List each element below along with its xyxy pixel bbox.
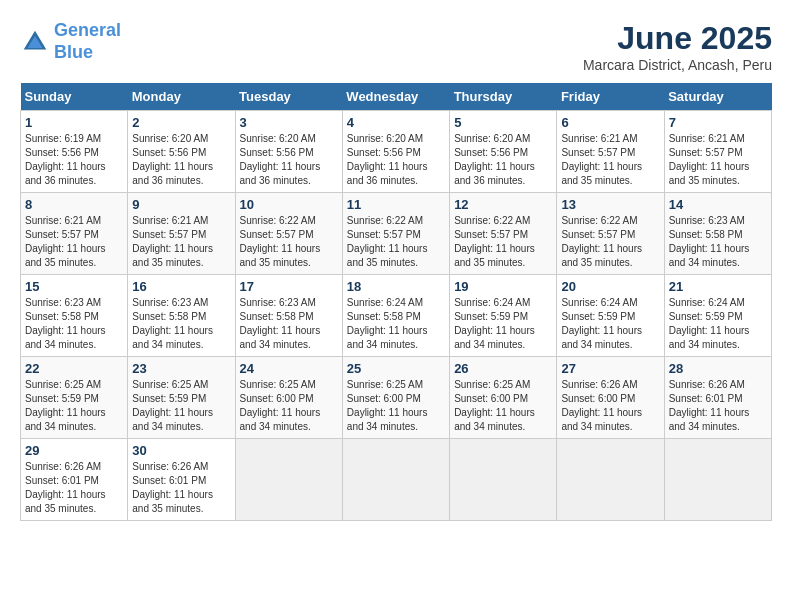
month-title: June 2025 [583, 20, 772, 57]
day-info: Sunrise: 6:20 AM Sunset: 5:56 PM Dayligh… [347, 132, 445, 188]
calendar-week-3: 15Sunrise: 6:23 AM Sunset: 5:58 PM Dayli… [21, 275, 772, 357]
day-cell-26: 26Sunrise: 6:25 AM Sunset: 6:00 PM Dayli… [450, 357, 557, 439]
day-number: 16 [132, 279, 230, 294]
day-info: Sunrise: 6:24 AM Sunset: 5:59 PM Dayligh… [561, 296, 659, 352]
day-number: 17 [240, 279, 338, 294]
page-header: General Blue June 2025 Marcara District,… [20, 20, 772, 73]
calendar-table: Sunday Monday Tuesday Wednesday Thursday… [20, 83, 772, 521]
logo-icon [20, 27, 50, 57]
day-number: 14 [669, 197, 767, 212]
col-sunday: Sunday [21, 83, 128, 111]
day-info: Sunrise: 6:22 AM Sunset: 5:57 PM Dayligh… [240, 214, 338, 270]
day-number: 21 [669, 279, 767, 294]
day-info: Sunrise: 6:23 AM Sunset: 5:58 PM Dayligh… [669, 214, 767, 270]
day-info: Sunrise: 6:19 AM Sunset: 5:56 PM Dayligh… [25, 132, 123, 188]
day-number: 3 [240, 115, 338, 130]
title-block: June 2025 Marcara District, Ancash, Peru [583, 20, 772, 73]
day-cell-3: 3Sunrise: 6:20 AM Sunset: 5:56 PM Daylig… [235, 111, 342, 193]
day-number: 7 [669, 115, 767, 130]
empty-cell [664, 439, 771, 521]
day-info: Sunrise: 6:25 AM Sunset: 5:59 PM Dayligh… [132, 378, 230, 434]
day-number: 10 [240, 197, 338, 212]
day-number: 24 [240, 361, 338, 376]
day-number: 9 [132, 197, 230, 212]
day-info: Sunrise: 6:26 AM Sunset: 6:01 PM Dayligh… [669, 378, 767, 434]
calendar-header-row: Sunday Monday Tuesday Wednesday Thursday… [21, 83, 772, 111]
day-cell-29: 29Sunrise: 6:26 AM Sunset: 6:01 PM Dayli… [21, 439, 128, 521]
day-cell-9: 9Sunrise: 6:21 AM Sunset: 5:57 PM Daylig… [128, 193, 235, 275]
day-number: 20 [561, 279, 659, 294]
col-monday: Monday [128, 83, 235, 111]
day-number: 23 [132, 361, 230, 376]
day-info: Sunrise: 6:25 AM Sunset: 5:59 PM Dayligh… [25, 378, 123, 434]
day-info: Sunrise: 6:21 AM Sunset: 5:57 PM Dayligh… [669, 132, 767, 188]
col-wednesday: Wednesday [342, 83, 449, 111]
logo-text: General Blue [54, 20, 121, 63]
day-cell-24: 24Sunrise: 6:25 AM Sunset: 6:00 PM Dayli… [235, 357, 342, 439]
day-cell-15: 15Sunrise: 6:23 AM Sunset: 5:58 PM Dayli… [21, 275, 128, 357]
day-number: 30 [132, 443, 230, 458]
empty-cell [557, 439, 664, 521]
day-number: 29 [25, 443, 123, 458]
day-cell-19: 19Sunrise: 6:24 AM Sunset: 5:59 PM Dayli… [450, 275, 557, 357]
day-cell-25: 25Sunrise: 6:25 AM Sunset: 6:00 PM Dayli… [342, 357, 449, 439]
day-number: 19 [454, 279, 552, 294]
day-cell-30: 30Sunrise: 6:26 AM Sunset: 6:01 PM Dayli… [128, 439, 235, 521]
day-number: 18 [347, 279, 445, 294]
day-info: Sunrise: 6:21 AM Sunset: 5:57 PM Dayligh… [132, 214, 230, 270]
day-cell-28: 28Sunrise: 6:26 AM Sunset: 6:01 PM Dayli… [664, 357, 771, 439]
day-info: Sunrise: 6:23 AM Sunset: 5:58 PM Dayligh… [240, 296, 338, 352]
day-number: 1 [25, 115, 123, 130]
day-info: Sunrise: 6:24 AM Sunset: 5:59 PM Dayligh… [454, 296, 552, 352]
day-cell-14: 14Sunrise: 6:23 AM Sunset: 5:58 PM Dayli… [664, 193, 771, 275]
day-cell-12: 12Sunrise: 6:22 AM Sunset: 5:57 PM Dayli… [450, 193, 557, 275]
calendar-week-5: 29Sunrise: 6:26 AM Sunset: 6:01 PM Dayli… [21, 439, 772, 521]
logo: General Blue [20, 20, 121, 63]
day-number: 11 [347, 197, 445, 212]
day-number: 28 [669, 361, 767, 376]
calendar-body: 1Sunrise: 6:19 AM Sunset: 5:56 PM Daylig… [21, 111, 772, 521]
day-info: Sunrise: 6:26 AM Sunset: 6:01 PM Dayligh… [132, 460, 230, 516]
col-thursday: Thursday [450, 83, 557, 111]
day-number: 25 [347, 361, 445, 376]
calendar-week-1: 1Sunrise: 6:19 AM Sunset: 5:56 PM Daylig… [21, 111, 772, 193]
day-cell-2: 2Sunrise: 6:20 AM Sunset: 5:56 PM Daylig… [128, 111, 235, 193]
day-info: Sunrise: 6:22 AM Sunset: 5:57 PM Dayligh… [454, 214, 552, 270]
logo-line1: General [54, 20, 121, 40]
day-cell-8: 8Sunrise: 6:21 AM Sunset: 5:57 PM Daylig… [21, 193, 128, 275]
day-info: Sunrise: 6:22 AM Sunset: 5:57 PM Dayligh… [347, 214, 445, 270]
day-info: Sunrise: 6:20 AM Sunset: 5:56 PM Dayligh… [240, 132, 338, 188]
day-info: Sunrise: 6:20 AM Sunset: 5:56 PM Dayligh… [454, 132, 552, 188]
day-number: 15 [25, 279, 123, 294]
col-tuesday: Tuesday [235, 83, 342, 111]
empty-cell [450, 439, 557, 521]
day-info: Sunrise: 6:25 AM Sunset: 6:00 PM Dayligh… [347, 378, 445, 434]
day-number: 6 [561, 115, 659, 130]
day-info: Sunrise: 6:22 AM Sunset: 5:57 PM Dayligh… [561, 214, 659, 270]
calendar-week-2: 8Sunrise: 6:21 AM Sunset: 5:57 PM Daylig… [21, 193, 772, 275]
day-cell-17: 17Sunrise: 6:23 AM Sunset: 5:58 PM Dayli… [235, 275, 342, 357]
col-saturday: Saturday [664, 83, 771, 111]
day-number: 13 [561, 197, 659, 212]
day-info: Sunrise: 6:26 AM Sunset: 6:00 PM Dayligh… [561, 378, 659, 434]
day-cell-27: 27Sunrise: 6:26 AM Sunset: 6:00 PM Dayli… [557, 357, 664, 439]
day-cell-7: 7Sunrise: 6:21 AM Sunset: 5:57 PM Daylig… [664, 111, 771, 193]
day-info: Sunrise: 6:25 AM Sunset: 6:00 PM Dayligh… [240, 378, 338, 434]
day-info: Sunrise: 6:21 AM Sunset: 5:57 PM Dayligh… [25, 214, 123, 270]
day-cell-1: 1Sunrise: 6:19 AM Sunset: 5:56 PM Daylig… [21, 111, 128, 193]
location: Marcara District, Ancash, Peru [583, 57, 772, 73]
day-info: Sunrise: 6:23 AM Sunset: 5:58 PM Dayligh… [25, 296, 123, 352]
day-info: Sunrise: 6:25 AM Sunset: 6:00 PM Dayligh… [454, 378, 552, 434]
calendar-week-4: 22Sunrise: 6:25 AM Sunset: 5:59 PM Dayli… [21, 357, 772, 439]
day-cell-13: 13Sunrise: 6:22 AM Sunset: 5:57 PM Dayli… [557, 193, 664, 275]
day-number: 2 [132, 115, 230, 130]
day-info: Sunrise: 6:21 AM Sunset: 5:57 PM Dayligh… [561, 132, 659, 188]
day-cell-5: 5Sunrise: 6:20 AM Sunset: 5:56 PM Daylig… [450, 111, 557, 193]
day-info: Sunrise: 6:23 AM Sunset: 5:58 PM Dayligh… [132, 296, 230, 352]
day-cell-22: 22Sunrise: 6:25 AM Sunset: 5:59 PM Dayli… [21, 357, 128, 439]
day-cell-21: 21Sunrise: 6:24 AM Sunset: 5:59 PM Dayli… [664, 275, 771, 357]
day-number: 4 [347, 115, 445, 130]
day-cell-23: 23Sunrise: 6:25 AM Sunset: 5:59 PM Dayli… [128, 357, 235, 439]
day-cell-18: 18Sunrise: 6:24 AM Sunset: 5:58 PM Dayli… [342, 275, 449, 357]
day-cell-20: 20Sunrise: 6:24 AM Sunset: 5:59 PM Dayli… [557, 275, 664, 357]
